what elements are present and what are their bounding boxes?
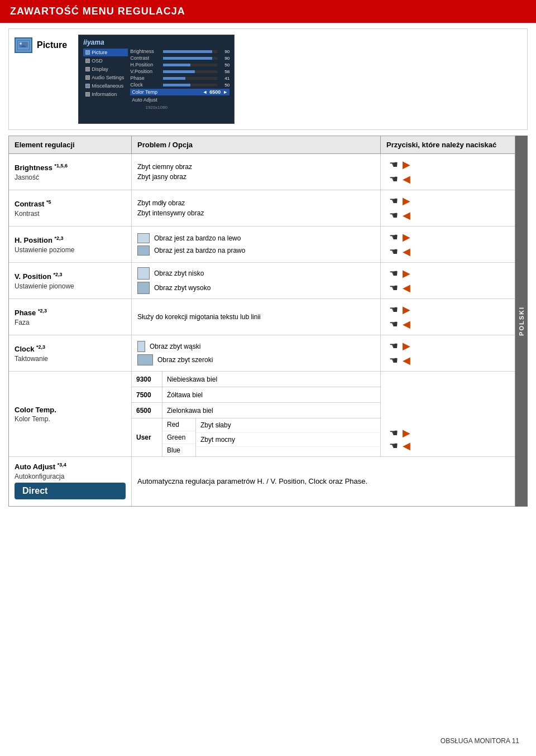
ct-9300-desc: Niebieskawa biel: [162, 372, 380, 387]
contrast-hand-2: ☚: [389, 210, 398, 220]
contrast-label: Contrast *5: [15, 199, 126, 210]
footer-text: OBSŁUGA MONITORA 11: [441, 737, 519, 745]
osd-colortemp-row: Color Temp ◄ 6500 ►: [130, 89, 229, 95]
brightness-btn-row-1: ☚ ▶: [389, 158, 410, 171]
ct-7500-row: 7500 Żółtawa biel: [132, 387, 380, 403]
brightness-hand-2: ☚: [389, 174, 398, 184]
ct-user-row: User Red Green Blue Zbyt słaby Zbyt mocn…: [132, 418, 380, 456]
contrast-btn-row-2: ☚ ◀: [389, 209, 410, 221]
clock-icon-narrow: [137, 341, 145, 352]
contrast-problem-2: Zbyt intensywny obraz: [137, 209, 375, 217]
vposition-problem-2: Obraz zbyt wysoko: [137, 282, 375, 294]
clock-btn-row-1: ☚ ▶: [389, 340, 410, 352]
main-table-container: Element regulacji Problem / Opcja Przyci…: [8, 136, 528, 507]
osd-audio-icon: [85, 75, 90, 80]
ct-blue: Blue: [162, 444, 195, 456]
hposition-btn-row-2: ☚ ◀: [389, 245, 410, 258]
brightness-arrow-left: ◀: [403, 173, 410, 185]
row-contrast: Contrast *5 Kontrast Zbyt mdły obraz Zby…: [9, 190, 515, 227]
contrast-hand-1: ☚: [389, 196, 398, 206]
main-table: Element regulacji Problem / Opcja Przyci…: [8, 136, 515, 507]
vposition-problem-cell: Obraz zbyt nisko Obraz zbyt wysoko: [132, 263, 381, 298]
brightness-label-cell: Brightness *1,5,6 Jasność: [9, 154, 132, 190]
hposition-hand-2: ☚: [389, 247, 398, 257]
row-clock: Clock *2,3 Taktowanie Obraz zbyt wąski O…: [9, 335, 515, 372]
osd-menu-audio: Audio Settings: [83, 74, 128, 81]
ct-rgb-col: Red Green Blue: [162, 418, 196, 456]
col-headers: Element regulacji Problem / Opcja Przyci…: [9, 136, 515, 154]
brightness-sublabel: Jasność: [15, 174, 126, 181]
col-buttons: Przyciski, które należy naciskać: [381, 136, 515, 153]
picture-text: Picture: [37, 40, 67, 50]
colortemp-buttons-cell: ☚ ▶ ☚ ◀: [381, 372, 515, 456]
row-autoadjust: Auto Adjust *3,4 Autokonfiguracja Direct…: [9, 457, 515, 506]
ct-zbyt-mocny: Zbyt mocny: [196, 433, 380, 447]
hposition-label-cell: H. Position *2,3 Ustawienie poziome: [9, 227, 132, 262]
clock-sublabel: Taktowanie: [15, 355, 126, 363]
page-title: ZAWARTOŚĆ MENU REGULACJA: [10, 6, 185, 17]
hposition-problem-2: Obraz jest za bardzo na prawo: [137, 245, 375, 256]
colortemp-label-cell: Color Temp. Kolor Temp.: [9, 372, 132, 456]
ct-zbyt-slaby: Zbyt słaby: [196, 418, 380, 433]
vposition-icon-2: [137, 282, 150, 294]
col-element: Element regulacji: [9, 136, 132, 153]
contrast-arrow-right: ▶: [403, 195, 410, 207]
phase-hand-2: ☚: [389, 319, 398, 329]
ct-user-btn-row-1: ☚ ▶: [389, 427, 506, 439]
hposition-icon-1: [137, 233, 150, 243]
vposition-problem-1: Obraz zbyt nisko: [137, 267, 375, 280]
autoadjust-desc-cell: Automatyczna regulacja parametrów H. / V…: [132, 457, 515, 506]
vposition-sublabel: Ustawienie pionowe: [15, 282, 126, 290]
brightness-problem-cell: Zbyt ciemny obraz Zbyt jasny obraz: [132, 154, 381, 190]
phase-problem-cell: Służy do korekcji migotania tekstu lub l…: [132, 299, 381, 335]
hposition-buttons-cell: ☚ ▶ ☚ ◀: [381, 227, 515, 262]
row-brightness: Brightness *1,5,6 Jasność Zbyt ciemny ob…: [9, 154, 515, 190]
brightness-buttons-cell: ☚ ▶ ☚ ◀: [381, 154, 515, 190]
phase-arrow-left: ◀: [403, 318, 410, 330]
phase-label: Phase *2,3: [15, 307, 126, 319]
ct-6500-val: 6500: [132, 403, 162, 418]
hposition-arrow-left: ◀: [403, 245, 410, 258]
clock-label-cell: Clock *2,3 Taktowanie: [9, 335, 132, 371]
autoadjust-label: Auto Adjust *3,4: [15, 461, 126, 473]
ct-7500-desc: Żółtawa biel: [162, 387, 380, 402]
row-phase: Phase *2,3 Faza Służy do korekcji migota…: [9, 299, 515, 335]
vposition-arrow-right: ▶: [403, 267, 410, 280]
osd-brightness-row: Brightness 90: [130, 49, 229, 54]
hposition-problem-cell: Obraz jest za bardzo na lewo Obraz jest …: [132, 227, 381, 262]
vposition-hand-1: ☚: [389, 268, 398, 278]
brightness-hand-1: ☚: [389, 160, 398, 170]
clock-label: Clock *2,3: [15, 344, 126, 355]
ct-9300-row: 9300 Niebieskawa biel: [132, 372, 380, 387]
vposition-hand-2: ☚: [389, 283, 398, 293]
row-vposition: V. Position *2,3 Ustawienie pionowe Obra…: [9, 263, 515, 299]
row-hposition: H. Position *2,3 Ustawienie poziome Obra…: [9, 227, 515, 263]
clock-btn-row-2: ☚ ◀: [389, 354, 410, 367]
picture-label: Picture: [15, 37, 67, 53]
contrast-problem-1: Zbyt mdły obraz: [137, 199, 375, 207]
vposition-icon-1: [137, 267, 150, 280]
hposition-label: H. Position *2,3: [15, 235, 126, 246]
picture-icon: [15, 37, 32, 53]
autoadjust-sublabel: Autokonfiguracja: [15, 473, 126, 480]
clock-hand-1: ☚: [389, 341, 398, 351]
ct-6500-desc: Zielonkawa biel: [162, 403, 380, 418]
clock-arrow-right: ▶: [403, 340, 410, 352]
osd-resolution: 1920x1080: [83, 105, 229, 110]
osd-phase-row: Phase 41: [130, 75, 229, 81]
brightness-problem-1: Zbyt ciemny obraz: [137, 163, 375, 171]
phase-btn-row-2: ☚ ◀: [389, 318, 410, 330]
polski-bar: POLSKI: [515, 136, 528, 507]
hposition-arrow-right: ▶: [403, 231, 410, 243]
phase-buttons-cell: ☚ ▶ ☚ ◀: [381, 299, 515, 335]
colortemp-subtable: 9300 Niebieskawa biel 7500 Żółtawa biel …: [132, 372, 381, 456]
phase-problem-1: Służy do korekcji migotania tekstu lub l…: [137, 313, 375, 321]
ct-6500-row: 6500 Zielonkawa biel: [132, 403, 380, 418]
phase-sublabel: Faza: [15, 319, 126, 326]
osd-menu-info: Information: [83, 90, 128, 98]
hposition-problem-1: Obraz jest za bardzo na lewo: [137, 233, 375, 243]
phase-btn-row-1: ☚ ▶: [389, 304, 410, 316]
osd-menu-col: Picture OSD Display Audio Settings: [83, 49, 128, 103]
ct-user-btns: ☚ ▶ ☚ ◀: [389, 427, 506, 452]
picture-section: Picture iiyama Picture OSD Displ: [8, 28, 528, 130]
